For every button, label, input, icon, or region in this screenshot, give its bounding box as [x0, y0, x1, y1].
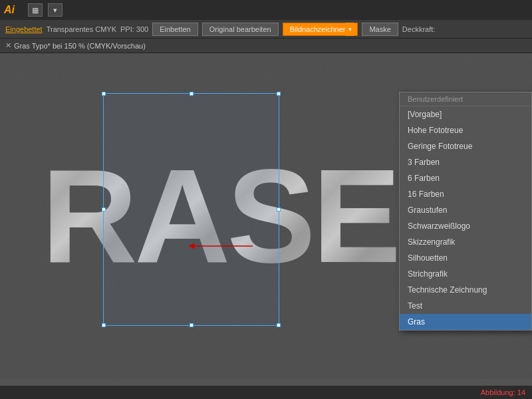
letter-e: E [313, 140, 398, 293]
menu-item-vorgabe[interactable]: [Vorgabe] [400, 106, 531, 122]
ppi-label: PPI: 300 [120, 25, 148, 33]
einbetten-button[interactable]: Einbetten [152, 23, 198, 36]
ai-logo-icon: Ai [4, 4, 23, 16]
dropdown-menu: Benutzerdefiniert [Vorgabe] Hohe Fototre… [399, 92, 532, 331]
menu-item-skizzengrafik[interactable]: Skizzengrafik [400, 234, 531, 250]
maske-button[interactable]: Maske [362, 23, 398, 36]
dropdown-header: Benutzerdefiniert [400, 92, 531, 106]
letter-a: A [134, 140, 227, 293]
menu-item-test[interactable]: Test [400, 298, 531, 314]
deckkraft-label: Deckkraft: [402, 25, 436, 33]
workspace-dropdown[interactable]: ▾ [48, 3, 63, 17]
cmyk-label: Transparentes CMYK [47, 25, 116, 33]
menu-item-geringe-fototreue[interactable]: Geringe Fototreue [400, 138, 531, 154]
menu-item-hohe-fototreue[interactable]: Hohe Fototreue [400, 122, 531, 138]
menu-item-16farben[interactable]: 16 Farben [400, 186, 531, 202]
menu-item-6farben[interactable]: 6 Farben [400, 170, 531, 186]
letter-r: R [41, 140, 134, 293]
menu-item-silhouetten[interactable]: Silhouetten [400, 250, 531, 266]
titlebar: Ai ▦ ▾ [0, 0, 532, 20]
bildnachzeichner-dropdown-arrow[interactable]: ▾ [345, 23, 354, 36]
document-tab: ✕ Gras Typo* bei 150 % (CMYK/Vorschau) [0, 39, 532, 53]
letter-s: S [227, 140, 312, 293]
bildnachzeichner-button[interactable]: Bildnachzeichner ▾ [283, 23, 358, 36]
options-bar: Eingebettet Transparentes CMYK PPI: 300 … [0, 20, 532, 39]
tab-title: Gras Typo* bei 150 % (CMYK/Vorschau) [14, 42, 146, 50]
menu-item-gras[interactable]: Gras [400, 314, 531, 330]
status-text: Abbildung: 14 [481, 388, 525, 396]
original-bearbeiten-button[interactable]: Original bearbeiten [202, 23, 279, 36]
menu-item-graustufen[interactable]: Graustufen [400, 202, 531, 218]
menu-item-3farben[interactable]: 3 Farben [400, 154, 531, 170]
menu-item-strichgrafik[interactable]: Strichgrafik [400, 266, 531, 282]
menu-item-technische-zeichnung[interactable]: Technische Zeichnung [400, 282, 531, 298]
embedded-label[interactable]: Eingebettet [5, 25, 43, 33]
status-bar: Abbildung: 14 [0, 386, 532, 399]
tab-close-button[interactable]: ✕ [5, 41, 11, 50]
document-icon[interactable]: ▦ [28, 3, 43, 17]
menu-item-schwarzweisslogo[interactable]: Schwarzweißlogo [400, 218, 531, 234]
canvas-area: RASEN Benutzerdefiniert [Vorgabe] Hohe F… [0, 53, 532, 379]
